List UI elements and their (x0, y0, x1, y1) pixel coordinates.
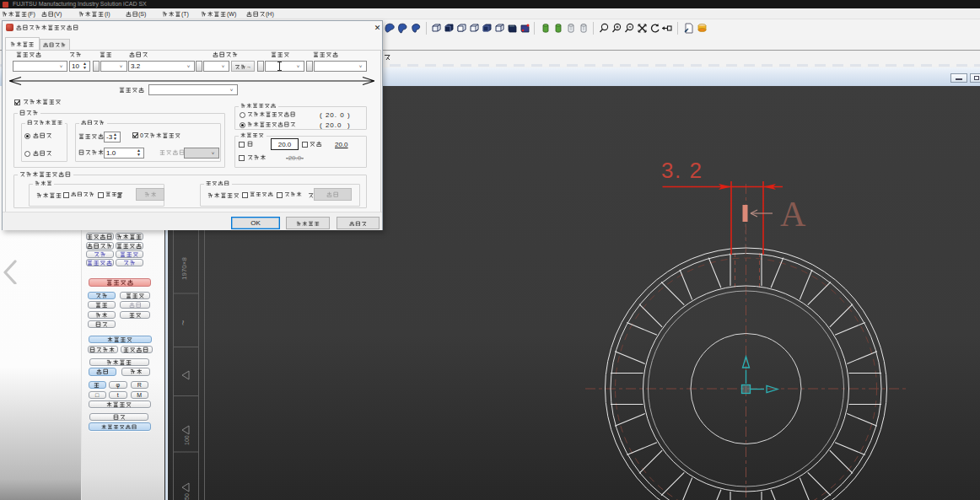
svg-text:3. 2: 3. 2 (661, 158, 703, 183)
svg-text:50: 50 (184, 493, 190, 500)
svg-text:~: ~ (178, 320, 188, 325)
svg-text:1970×8: 1970×8 (180, 257, 188, 280)
svg-text:A: A (780, 195, 806, 234)
svg-text:100: 100 (184, 435, 190, 445)
